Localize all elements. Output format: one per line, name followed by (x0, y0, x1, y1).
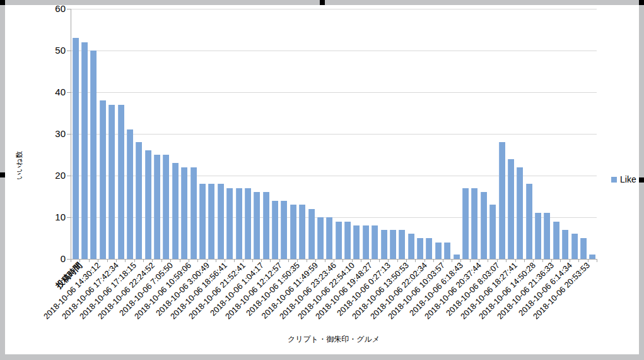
selection-handle-middle-left[interactable] (0, 172, 5, 177)
x-axis-tick (288, 260, 289, 262)
x-axis-tick (460, 260, 461, 262)
bar[interactable] (390, 230, 396, 259)
bar[interactable] (172, 163, 179, 259)
y-axis-tick-label: 60 (40, 4, 66, 14)
bar[interactable] (281, 201, 287, 259)
x-axis-tick (116, 260, 117, 262)
y-axis (71, 9, 71, 259)
x-axis-tick (470, 260, 471, 262)
bar[interactable] (317, 217, 324, 259)
bar[interactable] (517, 167, 523, 259)
x-axis-tick (197, 260, 198, 262)
x-axis-tick (570, 260, 570, 262)
bar[interactable] (562, 230, 568, 259)
bar[interactable] (299, 205, 305, 259)
x-axis-tick (560, 260, 561, 262)
selection-handle-middle-right[interactable] (639, 177, 644, 183)
bar[interactable] (544, 213, 550, 259)
bar[interactable] (236, 188, 242, 259)
bar[interactable] (571, 234, 578, 259)
bar[interactable] (226, 188, 233, 259)
bar[interactable] (462, 188, 469, 259)
bar[interactable] (417, 238, 423, 259)
bar[interactable] (435, 243, 442, 259)
bar[interactable] (199, 184, 206, 259)
bar[interactable] (454, 255, 460, 259)
bar[interactable] (208, 184, 214, 259)
selection-handle-top-left[interactable] (0, 0, 5, 5)
bar[interactable] (589, 255, 595, 259)
bar[interactable] (408, 234, 414, 259)
bar[interactable] (353, 225, 360, 259)
x-axis-tick (397, 260, 398, 262)
bar[interactable] (272, 201, 278, 259)
legend-label: Like (620, 174, 636, 184)
bar[interactable] (489, 205, 496, 259)
bar[interactable] (535, 213, 541, 259)
bar[interactable] (263, 192, 269, 259)
x-axis-tick (352, 260, 353, 262)
bar[interactable] (344, 222, 351, 259)
bar[interactable] (326, 217, 332, 259)
bar[interactable] (426, 238, 432, 259)
bar[interactable] (444, 243, 450, 259)
x-axis-tick (361, 260, 361, 262)
bar[interactable] (471, 188, 477, 259)
x-axis-tick (597, 260, 597, 262)
x-axis-tick (261, 260, 262, 262)
x-axis-tick (334, 260, 334, 262)
bar[interactable] (108, 105, 115, 259)
bar[interactable] (481, 192, 487, 259)
bar[interactable] (163, 155, 169, 259)
bar[interactable] (499, 142, 505, 259)
legend-swatch-icon (611, 177, 617, 183)
x-axis-tick (234, 260, 235, 262)
x-axis-tick (578, 260, 579, 262)
bar[interactable] (218, 184, 224, 259)
selection-handle-top-middle[interactable] (320, 0, 325, 5)
bar[interactable] (81, 42, 88, 259)
bar[interactable] (553, 222, 559, 259)
x-axis-tick (479, 260, 479, 262)
bar[interactable] (190, 167, 197, 259)
x-axis-tick (506, 260, 506, 262)
x-axis-tick (143, 260, 144, 262)
bar[interactable] (290, 205, 296, 259)
bar[interactable] (100, 100, 106, 259)
bar[interactable] (336, 222, 342, 259)
y-axis-tick-label: 20 (40, 171, 66, 181)
x-axis-tick (225, 260, 225, 262)
x-axis-tick (388, 260, 389, 262)
x-axis-tick (243, 260, 243, 262)
bar[interactable] (73, 38, 79, 259)
bar[interactable] (254, 192, 260, 259)
legend[interactable]: Like (611, 174, 636, 184)
bar[interactable] (363, 225, 369, 259)
x-axis-tick (379, 260, 380, 262)
bar[interactable] (381, 230, 387, 259)
bar[interactable] (245, 188, 251, 259)
bar[interactable] (372, 225, 378, 259)
x-axis-title: クリプト・御朱印・グルメ (71, 334, 597, 345)
bar[interactable] (580, 238, 587, 259)
x-axis-tick (207, 260, 208, 262)
bar[interactable] (181, 167, 187, 259)
bar[interactable] (118, 105, 124, 259)
bar[interactable] (399, 230, 405, 259)
selection-handle-top-right[interactable] (639, 0, 644, 5)
bar[interactable] (154, 155, 160, 259)
x-axis-tick (497, 260, 498, 262)
bar[interactable] (136, 142, 142, 259)
bar[interactable] (508, 159, 514, 259)
x-axis-tick (315, 260, 316, 262)
x-axis-tick (524, 260, 525, 262)
bar[interactable] (127, 129, 133, 259)
x-axis-tick (515, 260, 516, 262)
bar[interactable] (145, 150, 151, 259)
bar[interactable] (308, 209, 315, 259)
bar[interactable] (526, 184, 532, 259)
y-axis-tick-label: 30 (40, 129, 66, 139)
x-axis-tick (189, 260, 189, 262)
x-axis-tick (415, 260, 416, 262)
bar[interactable] (90, 51, 97, 259)
